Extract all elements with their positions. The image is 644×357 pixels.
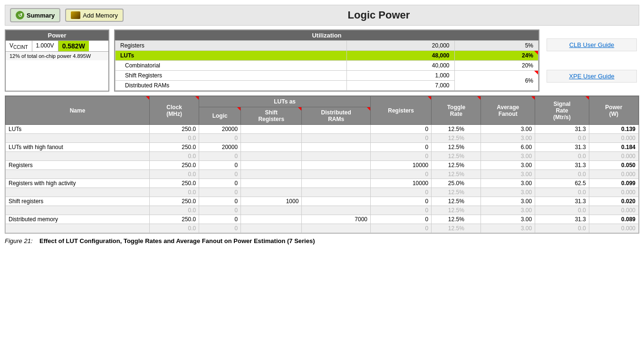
table-row: 0.00012.5%3.000.00.000: [6, 170, 639, 179]
util-name-luts: LUTs: [115, 51, 347, 61]
table-row: Registers250.001000012.5%3.0031.30.050: [6, 161, 639, 170]
th-luts-as-group: LUTs as: [199, 96, 371, 107]
table-row: 0.00012.5%3.000.00.000: [6, 206, 639, 215]
sort-indicator-distram: [367, 107, 370, 111]
figure-text: Effect of LUT Configuration, Toggle Rate…: [39, 237, 315, 244]
add-memory-label: Add Memory: [83, 12, 118, 19]
util-val-shift-registers: 1,000: [347, 71, 454, 81]
th-shift-registers[interactable]: ShiftRegisters: [241, 107, 302, 125]
table-row: Shift registers250.001000012.5%3.0031.30…: [6, 197, 639, 206]
table-row: LUTs with high fanout250.020000012.5%6.0…: [6, 143, 639, 152]
table-header-row-1: Name Clock(MHz) LUTs as Registers Toggle…: [6, 96, 639, 107]
main-table-wrapper: Name Clock(MHz) LUTs as Registers Toggle…: [5, 95, 639, 234]
table-row: 0.00012.5%3.000.00.000: [6, 152, 639, 161]
util-row-combinatorial: Combinatorial 40,000 20%: [115, 61, 538, 71]
summary-button[interactable]: Summary: [10, 8, 60, 22]
add-memory-icon: [71, 11, 80, 19]
power-title: Power: [6, 30, 108, 40]
util-val-luts: 48,000: [347, 51, 454, 61]
utilization-table: Registers 20,000 5% LUTs 48,000 24% Comb…: [115, 40, 538, 91]
table-row: 0.00012.5%3.000.00.000: [6, 134, 639, 143]
figure-label: Figure 21:: [5, 237, 33, 244]
sort-indicator-fanout: [531, 96, 535, 100]
th-dist-rams[interactable]: DistributedRAMs: [302, 107, 371, 125]
power-box: Power VCCINT 1.000V 0.582W 12% of total …: [5, 29, 109, 92]
sort-indicator-logic: [237, 107, 240, 111]
page-title: Logic Power: [124, 9, 634, 21]
util-pct-luts: 24%: [454, 51, 538, 61]
util-val-combinatorial: 40,000: [347, 61, 454, 71]
clb-user-guide-link[interactable]: CLB User Guide: [547, 38, 637, 51]
util-name-registers: Registers: [115, 41, 347, 51]
main-table: Name Clock(MHz) LUTs as Registers Toggle…: [5, 96, 639, 233]
th-name[interactable]: Name: [6, 96, 150, 125]
header: Summary Add Memory Logic Power: [5, 5, 639, 26]
th-logic[interactable]: Logic: [199, 107, 241, 125]
util-row-shift-registers: Shift Registers 1,000 6%: [115, 71, 538, 81]
table-row: 0.00012.5%3.000.00.000: [6, 188, 639, 197]
table-row: Distributed memory250.007000012.5%3.0031…: [6, 215, 639, 224]
th-clock[interactable]: Clock(MHz): [150, 96, 199, 125]
table-row: Registers with high activity250.00100002…: [6, 179, 639, 188]
th-registers[interactable]: Registers: [371, 96, 432, 125]
util-name-shift-registers: Shift Registers: [115, 71, 347, 81]
util-name-distributed-rams: Distributed RAMs: [115, 81, 347, 91]
sort-indicator-registers: [428, 96, 431, 100]
sort-indicator-toggle: [477, 96, 481, 100]
table-body: LUTs250.020000012.5%3.0031.30.1390.00012…: [6, 125, 639, 233]
util-row-luts: LUTs 48,000 24%: [115, 51, 538, 61]
util-pct-registers: 5%: [454, 41, 538, 51]
voltage-label: VCCINT: [6, 41, 32, 51]
voltage-value: 1.000V: [32, 41, 58, 51]
sort-indicator-clock: [195, 96, 199, 100]
utilization-box: Utilization Registers 20,000 5% LUTs 48,…: [114, 29, 539, 92]
caption: Figure 21: Effect of LUT Configuration, …: [5, 237, 639, 244]
util-row-registers: Registers 20,000 5%: [115, 41, 538, 51]
table-row: LUTs250.020000012.5%3.0031.30.139: [6, 125, 639, 134]
util-val-registers: 20,000: [347, 41, 454, 51]
xpe-user-guide-link[interactable]: XPE User Guide: [547, 70, 637, 83]
th-toggle-rate[interactable]: ToggleRate: [432, 96, 481, 125]
summary-label: Summary: [27, 12, 55, 19]
add-memory-button[interactable]: Add Memory: [65, 9, 124, 22]
th-avg-fanout[interactable]: AverageFanout: [481, 96, 535, 125]
sort-indicator-name: [146, 96, 149, 100]
summary-icon: [16, 11, 24, 19]
table-row: 0.00012.5%3.000.00.000: [6, 224, 639, 233]
power-note: 12% of total on-chip power 4.895W: [6, 51, 108, 60]
util-pct-combinatorial: 20%: [454, 61, 538, 71]
th-power[interactable]: Power(W): [589, 96, 638, 125]
sort-indicator-shift: [298, 107, 301, 111]
th-signal-rate[interactable]: SignalRate(Mtr/s): [535, 96, 589, 125]
utilization-title: Utilization: [115, 30, 538, 40]
util-val-distributed-rams: 7,000: [347, 81, 454, 91]
links-box: CLB User Guide XPE User Guide: [544, 29, 639, 92]
power-value: 0.582W: [58, 41, 89, 51]
util-pct-shift-distributed: 6%: [454, 71, 538, 91]
sort-indicator-signal: [586, 96, 589, 100]
top-section: Power VCCINT 1.000V 0.582W 12% of total …: [5, 29, 639, 92]
power-row: VCCINT 1.000V 0.582W: [6, 40, 108, 51]
util-name-combinatorial: Combinatorial: [115, 61, 347, 71]
